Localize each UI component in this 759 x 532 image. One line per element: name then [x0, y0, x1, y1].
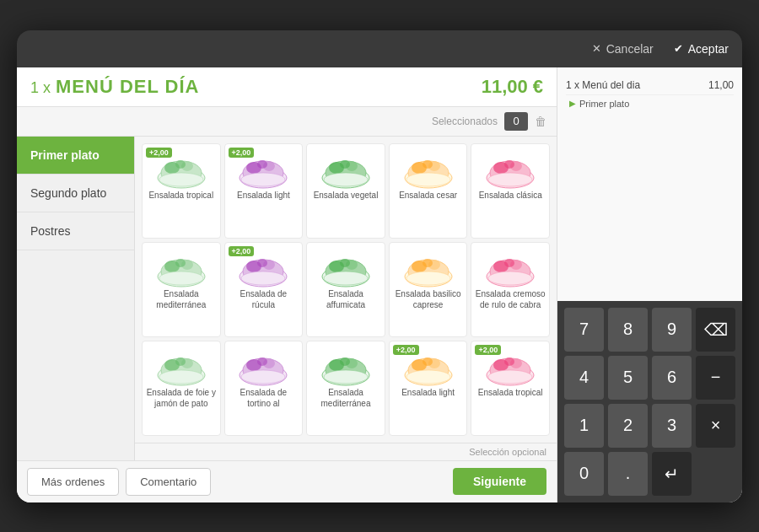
- content-split: Primer plato Segundo plato Postres +2,00: [17, 137, 557, 460]
- numpad-key-enter[interactable]: ↵: [652, 452, 692, 496]
- food-badge: +2,00: [229, 148, 255, 158]
- svg-point-17: [324, 173, 368, 186]
- menu-price: 11,00 €: [482, 76, 543, 98]
- bottom-btns: Más ordenes Comentario: [27, 468, 211, 496]
- svg-point-76: [340, 357, 350, 366]
- numpad-key-minus[interactable]: −: [696, 356, 735, 400]
- food-badge: +2,00: [475, 345, 501, 355]
- svg-point-16: [340, 160, 350, 169]
- svg-point-59: [488, 271, 532, 285]
- trash-icon[interactable]: 🗑: [535, 115, 546, 128]
- food-grid: +2,00 Ensalada tropical+2,00 Ensalada li…: [135, 137, 557, 443]
- comentario-button[interactable]: Comentario: [126, 468, 211, 496]
- food-name: Ensalada tropical: [148, 190, 213, 201]
- category-sidebar: Primer plato Segundo plato Postres: [17, 137, 135, 460]
- numpad-key-5[interactable]: 5: [608, 356, 648, 400]
- food-item[interactable]: Ensalada de foie y jamón de pato: [142, 341, 221, 436]
- svg-point-4: [175, 160, 186, 169]
- svg-point-82: [423, 357, 433, 366]
- menu-name: MENÚ DEL DÍA: [56, 76, 200, 98]
- svg-point-46: [340, 259, 350, 267]
- cancel-button[interactable]: ✕ Cancelar: [592, 42, 654, 56]
- food-item[interactable]: Ensalada cesar: [389, 143, 468, 239]
- svg-point-40: [257, 259, 267, 267]
- numpad-key-0[interactable]: 0: [564, 452, 604, 496]
- numpad-key-2[interactable]: 2: [608, 404, 648, 448]
- food-area: +2,00 Ensalada tropical+2,00 Ensalada li…: [135, 137, 557, 460]
- svg-point-77: [324, 370, 368, 384]
- svg-point-65: [159, 370, 203, 384]
- svg-point-89: [488, 370, 532, 384]
- svg-point-58: [504, 259, 514, 267]
- category-primer-plato[interactable]: Primer plato: [17, 137, 134, 175]
- left-panel: 1 x MENÚ DEL DÍA 11,00 € Seleccionados 0…: [17, 67, 557, 502]
- food-item[interactable]: +2,00 Ensalada light: [224, 143, 304, 239]
- food-image: [402, 248, 455, 288]
- cancel-icon: ✕: [592, 42, 601, 55]
- seleccionados-row: Seleccionados 0 🗑: [17, 107, 557, 137]
- svg-point-10: [257, 160, 267, 169]
- numpad-key-backspace[interactable]: ⌫: [696, 308, 735, 352]
- main-area: 1 x MENÚ DEL DÍA 11,00 € Seleccionados 0…: [17, 67, 742, 502]
- food-item[interactable]: +2,00 Ensalada tropical: [142, 143, 221, 239]
- food-item[interactable]: Ensalada mediterránea: [142, 242, 221, 337]
- svg-point-83: [406, 370, 450, 384]
- food-item[interactable]: Ensalada basilico caprese: [389, 242, 468, 337]
- food-item[interactable]: Ensalada de tortino al: [224, 341, 304, 436]
- svg-point-28: [504, 160, 514, 169]
- food-name: Ensalada basilico caprese: [393, 288, 464, 310]
- food-item[interactable]: Ensalada cremoso de rulo de cabra: [471, 242, 550, 337]
- food-item[interactable]: Ensalada affumicata: [306, 242, 385, 337]
- food-item[interactable]: +2,00 Ensalada light: [389, 341, 468, 436]
- bottom-bar: Más ordenes Comentario Siguiente: [17, 460, 557, 502]
- svg-point-53: [406, 271, 450, 285]
- food-image: [320, 347, 372, 387]
- order-sub-row: ▶ Primer plato: [566, 95, 734, 109]
- food-badge: +2,00: [229, 246, 255, 256]
- order-item-price: 11,00: [708, 79, 734, 91]
- category-postres[interactable]: Postres: [17, 212, 134, 250]
- food-name: Ensalada vegetal: [314, 190, 379, 201]
- numpad-key-3[interactable]: 3: [652, 404, 692, 448]
- svg-point-23: [406, 173, 450, 186]
- numpad: 789⌫456−123×0.↵: [557, 301, 742, 502]
- order-item-row: 1 x Menú del dia 11,00: [566, 76, 734, 95]
- food-item[interactable]: Ensalada clásica: [471, 143, 550, 239]
- svg-point-52: [423, 259, 433, 267]
- svg-point-88: [504, 357, 514, 366]
- numpad-key-6[interactable]: 6: [652, 356, 692, 400]
- svg-point-11: [241, 173, 285, 186]
- food-name: Ensalada mediterránea: [310, 387, 381, 409]
- food-item[interactable]: +2,00 Ensalada tropical: [471, 341, 550, 436]
- numpad-key-7[interactable]: 7: [564, 308, 604, 352]
- numpad-key-4[interactable]: 4: [564, 356, 604, 400]
- menu-qty: 1 x: [30, 79, 51, 97]
- numpad-key-1[interactable]: 1: [564, 404, 604, 448]
- food-badge: +2,00: [146, 148, 172, 158]
- food-item[interactable]: +2,00 Ensalada de rúcula: [224, 242, 304, 337]
- food-name: Ensalada de foie y jamón de pato: [146, 387, 217, 409]
- triangle-icon: ▶: [569, 99, 576, 108]
- numpad-key-dot[interactable]: .: [608, 452, 648, 496]
- svg-point-22: [423, 160, 433, 169]
- food-item[interactable]: Ensalada vegetal: [306, 143, 385, 239]
- food-name: Ensalada light: [401, 387, 455, 398]
- food-image: [320, 149, 372, 190]
- food-name: Ensalada affumicata: [310, 288, 381, 310]
- menu-title: 1 x MENÚ DEL DÍA: [30, 76, 200, 98]
- food-item[interactable]: Ensalada mediterránea: [306, 341, 385, 436]
- seleccionados-label: Seleccionados: [432, 116, 498, 127]
- numpad-key-9[interactable]: 9: [652, 308, 692, 352]
- seleccionados-count: 0: [504, 112, 528, 131]
- device-frame: ✕ Cancelar ✔ Aceptar 1 x MENÚ DEL DÍA 11…: [17, 30, 742, 502]
- accept-button[interactable]: ✔ Aceptar: [674, 42, 729, 56]
- numpad-key-8[interactable]: 8: [608, 308, 648, 352]
- siguiente-button[interactable]: Siguiente: [453, 468, 546, 495]
- food-name: Ensalada de tortino al: [229, 387, 299, 409]
- svg-point-35: [159, 271, 203, 285]
- order-summary: 1 x Menú del dia 11,00 ▶ Primer plato: [557, 67, 742, 301]
- svg-point-71: [241, 370, 285, 384]
- numpad-key-multiply[interactable]: ×: [696, 404, 735, 448]
- mas-ordenes-button[interactable]: Más ordenes: [27, 468, 119, 496]
- category-segundo-plato[interactable]: Segundo plato: [17, 175, 134, 212]
